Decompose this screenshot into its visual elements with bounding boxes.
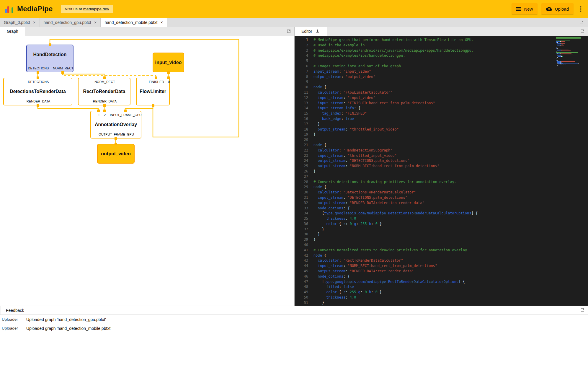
graph-node-FlowLimiter[interactable]: FlowLimiterFINISHED0 [136,78,170,105]
port-label: DETECTIONS [28,80,49,84]
feedback-source: Uploader [2,317,26,322]
mediapipe-visualizer: MediaPipe Visit us at mediapipe.dev New … [0,0,588,365]
graph-canvas[interactable]: HandDetectionDETECTIONSNORM_RECTinput_vi… [0,36,294,306]
tab-feedback[interactable]: Feedback [1,306,29,315]
graph-node-output_video[interactable]: output_video [97,144,135,164]
port-square [37,104,39,107]
editor-content[interactable]: # MediaPipe graph that performs hand det… [313,38,550,306]
feedback-entry: Uploader Uploaded graph 'hand_detection_… [0,324,588,333]
editor-gutter: 1234567891011121314151617181920212223242… [295,38,308,306]
editor-minimap[interactable] [556,37,583,66]
port-square [155,76,157,79]
app-title: MediaPipe [17,5,53,13]
close-tab-icon[interactable]: × [160,20,163,25]
file-tab-label: Graph_0.pbtxt [4,20,30,25]
graph-node-input_video[interactable]: input_video [153,53,184,72]
port-label: 1 [98,113,100,117]
port-label: NORM_RECT [53,66,74,70]
graph-node-RectToRenderData[interactable]: RectToRenderDataNORM_RECTRENDER_DATA [78,78,130,105]
port-square [115,143,117,145]
popout-icon[interactable] [581,30,584,33]
port-square [37,76,39,79]
graph-node-label: DetectionsToRenderData [4,89,71,94]
code-editor[interactable]: 1234567891011121314151617181920212223242… [295,36,588,306]
port-label: INPUT_FRAME_GPU [110,113,142,117]
port-label: 0 [168,80,170,84]
file-tab-graph0[interactable]: Graph_0.pbtxt × [0,18,40,27]
file-tab-hand-detection-mobile[interactable]: hand_detection_mobile.pbtxt × [101,18,167,27]
graph-node-AnnotationOverlay[interactable]: AnnotationOverlay12INPUT_FRAME_GPUOUTPUT… [90,111,141,138]
close-tab-icon[interactable]: × [33,20,36,25]
feedback-panel: Feedback Uploader Uploaded graph 'hand_d… [0,306,588,365]
graph-node-HandDetection[interactable]: HandDetectionDETECTIONSNORM_RECT [26,45,74,72]
feedback-entry: Uploader Uploaded graph 'hand_detection_… [0,315,588,324]
upload-button-label: Upload [555,6,569,12]
port-square [167,76,170,79]
upload-button[interactable]: Upload [541,3,574,14]
editor-tab-label: Editor [301,29,312,34]
port-label: NORM_RECT [94,80,115,84]
port-square [103,110,106,112]
port-square [49,43,51,46]
file-tab-label: hand_detection_mobile.pbtxt [104,20,157,25]
tab-editor[interactable]: Editor [295,27,327,36]
editor-panel: Editor 123456789101112131415161718192021… [295,27,588,306]
mediapipe-dev-link[interactable]: mediapipe.dev [83,7,109,11]
graph-node-label: FlowLimiter [137,89,169,94]
port-label: FINISHED [149,80,164,84]
file-tab-hand-detection-gpu[interactable]: hand_detection_gpu.pbtxt × [40,18,101,27]
feedback-message: Uploaded graph 'hand_detection_mobile.pb… [26,326,111,331]
graph-node-label: input_video [154,60,183,65]
port-label: RENDER_DATA [93,100,117,103]
new-button-label: New [524,6,533,12]
graph-edges [0,36,294,306]
visit-chip: Visit us at mediapipe.dev [61,5,113,13]
graph-panel-header: Graph [0,27,294,36]
port-square [97,110,100,112]
popout-icon[interactable] [287,30,290,33]
graph-panel: Graph HandDetectionDETECTIONSNORM_RECTin… [0,27,295,306]
port-square [103,76,106,79]
download-icon[interactable] [315,29,320,34]
mediapipe-logo-icon [5,5,13,13]
feedback-panel-header: Feedback [0,306,588,315]
graph-node-label: HandDetection [27,52,72,57]
port-square [167,71,170,74]
port-label: RENDER_DATA [27,100,50,103]
file-tab-label: hand_detection_gpu.pbtxt [44,20,91,25]
feedback-source: Uploader [2,326,26,330]
menu-lines-icon [516,7,521,11]
port-label: DETECTIONS [28,66,49,70]
overflow-menu-icon[interactable] [577,3,584,14]
graph-node-label: AnnotationOverlay [92,122,140,127]
close-tab-icon[interactable]: × [94,20,97,25]
graph-node-label: RectToRenderData [79,89,129,94]
graph-tab-label: Graph [7,29,18,34]
port-label: OUTPUT_FRAME_GPU [99,133,134,136]
port-square [115,137,117,140]
popout-icon[interactable] [580,21,583,24]
port-square [124,110,127,112]
feedback-message: Uploaded graph 'hand_detection_gpu.pbtxt… [26,317,106,322]
tab-graph[interactable]: Graph [0,27,25,36]
port-label: 2 [104,113,106,117]
graph-node-label: output_video [98,151,133,157]
file-tab-bar: Graph_0.pbtxt × hand_detection_gpu.pbtxt… [0,18,588,27]
app-header: MediaPipe Visit us at mediapipe.dev New … [0,0,588,18]
port-square [61,71,64,74]
editor-panel-header: Editor [295,27,588,36]
port-square [37,71,39,74]
graph-node-DetectionsToRenderData[interactable]: DetectionsToRenderDataDETECTIONSRENDER_D… [3,78,72,105]
new-button[interactable]: New [512,3,538,14]
feedback-tab-label: Feedback [6,308,24,313]
cloud-upload-icon [546,7,552,11]
visit-chip-text: Visit us at [65,7,82,11]
port-square [152,104,154,107]
port-square [103,104,106,107]
popout-icon[interactable] [581,308,584,312]
